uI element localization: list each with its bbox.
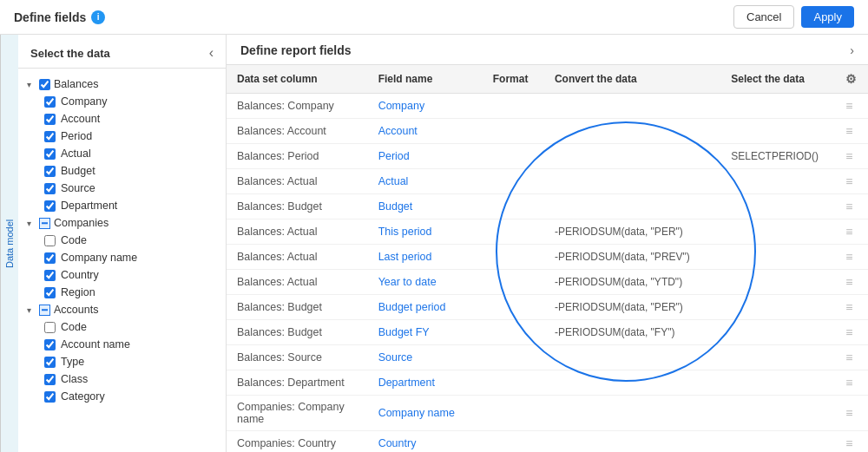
ac-accountname-checkbox[interactable] (44, 339, 56, 350)
cell-convert (544, 396, 720, 431)
ac-code-checkbox[interactable] (44, 322, 56, 333)
cell-fieldname[interactable]: Budget period (368, 295, 483, 320)
accounts-label: Accounts (54, 304, 98, 316)
cell-fieldname[interactable]: Account (368, 119, 483, 144)
tree-group-balances: ▾ Balances Company Account Period (18, 75, 226, 214)
list-item: Department (18, 197, 226, 214)
apply-button[interactable]: Apply (801, 6, 854, 28)
companies-group-header[interactable]: ▾ Companies (18, 214, 226, 232)
ac-class-checkbox[interactable] (44, 374, 56, 385)
collapse-icon[interactable]: ‹ (209, 45, 214, 61)
cell-fieldname[interactable]: Country (368, 431, 483, 453)
list-item: Budget (18, 162, 226, 180)
cell-fieldname[interactable]: Last period (368, 245, 483, 270)
department-checkbox[interactable] (44, 200, 56, 212)
account-checkbox[interactable] (44, 114, 56, 125)
actual-checkbox[interactable] (44, 148, 56, 160)
cell-convert: -PERIODSUM(data, "FY") (544, 320, 720, 345)
drag-handle-icon[interactable]: ≡ (845, 99, 852, 113)
cell-handle: ≡ (835, 320, 868, 345)
drag-handle-icon[interactable]: ≡ (845, 376, 852, 390)
cell-format (483, 370, 544, 396)
cell-dataset: Balances: Budget (227, 320, 368, 345)
co-country-checkbox[interactable] (44, 270, 56, 281)
cell-fieldname[interactable]: Department (368, 370, 483, 396)
cell-dataset: Balances: Period (227, 144, 368, 169)
cell-dataset: Balances: Company (227, 94, 368, 119)
drag-handle-icon[interactable]: ≡ (845, 350, 852, 364)
list-item: Account (18, 110, 226, 128)
cell-convert (544, 431, 720, 453)
cell-handle: ≡ (835, 295, 868, 320)
tree-group-companies: ▾ Companies Code Company name Coun (18, 214, 226, 301)
drag-handle-icon[interactable]: ≡ (845, 149, 852, 163)
cell-handle: ≡ (835, 270, 868, 295)
co-companyname-checkbox[interactable] (44, 252, 56, 264)
cell-select (720, 431, 835, 453)
left-panel-header: Select the data ‹ (18, 35, 226, 69)
budget-checkbox[interactable] (44, 166, 56, 177)
ac-category-checkbox[interactable] (44, 391, 56, 403)
cell-fieldname[interactable]: Company (368, 94, 483, 119)
cell-fieldname[interactable]: Actual (368, 169, 483, 194)
balances-group-header[interactable]: ▾ Balances (18, 75, 226, 93)
drag-handle-icon[interactable]: ≡ (845, 200, 852, 213)
cell-fieldname[interactable]: Budget FY (368, 320, 483, 345)
period-checkbox[interactable] (44, 131, 56, 142)
cell-select (720, 169, 835, 194)
table-row: Balances: Budget Budget ≡ (227, 194, 868, 219)
cell-format (483, 169, 544, 194)
cell-dataset: Balances: Budget (227, 194, 368, 219)
drag-handle-icon[interactable]: ≡ (845, 406, 852, 420)
table-row: Companies: Country Country ≡ (227, 431, 868, 453)
co-region-checkbox[interactable] (44, 287, 56, 298)
sidebar-tab: Data model (0, 35, 18, 452)
balances-checkbox[interactable] (39, 79, 50, 90)
drag-handle-icon[interactable]: ≡ (845, 436, 852, 450)
col-header-fieldname: Field name (368, 65, 483, 94)
ac-category-label: Category (61, 390, 105, 403)
cell-convert: -PERIODSUM(data, "YTD") (544, 270, 720, 295)
gear-icon[interactable]: ⚙ (845, 72, 857, 86)
drag-handle-icon[interactable]: ≡ (845, 325, 852, 339)
cancel-button[interactable]: Cancel (733, 5, 794, 29)
info-icon[interactable]: i (91, 10, 105, 24)
drag-handle-icon[interactable]: ≡ (845, 275, 852, 289)
cell-select (720, 270, 835, 295)
cell-dataset: Balances: Actual (227, 270, 368, 295)
cell-fieldname[interactable]: Source (368, 345, 483, 370)
cell-fieldname[interactable]: Budget (368, 194, 483, 219)
cell-handle: ≡ (835, 431, 868, 453)
tree-group-accounts: ▾ Accounts Code Account name Type (18, 301, 226, 405)
accounts-checkbox[interactable] (39, 305, 50, 316)
left-panel: Select the data ‹ ▾ Balances Company (18, 35, 227, 452)
co-companyname-label: Company name (61, 252, 137, 264)
drag-handle-icon[interactable]: ≡ (845, 174, 852, 188)
cell-dataset: Balances: Source (227, 345, 368, 370)
cell-fieldname[interactable]: Company name (368, 396, 483, 431)
drag-handle-icon[interactable]: ≡ (845, 225, 852, 239)
table-row: Balances: Actual This period -PERIODSUM(… (227, 219, 868, 245)
company-checkbox[interactable] (44, 96, 56, 108)
source-checkbox[interactable] (44, 183, 56, 194)
co-code-checkbox[interactable] (44, 235, 56, 246)
list-item: Period (18, 128, 226, 145)
company-label: Company (61, 95, 108, 108)
page-title: Define fields (14, 10, 86, 24)
cell-fieldname[interactable]: This period (368, 219, 483, 245)
cell-handle: ≡ (835, 144, 868, 169)
drag-handle-icon[interactable]: ≡ (845, 250, 852, 264)
cell-select (720, 295, 835, 320)
drag-handle-icon[interactable]: ≡ (845, 124, 852, 138)
cell-select (720, 245, 835, 270)
tree-container: ▾ Balances Company Account Period (18, 69, 226, 452)
companies-checkbox[interactable] (39, 218, 50, 229)
drag-handle-icon[interactable]: ≡ (845, 300, 852, 314)
ac-class-label: Class (61, 373, 88, 385)
table-row: Companies: Company name Company name ≡ (227, 396, 868, 431)
accounts-group-header[interactable]: ▾ Accounts (18, 301, 226, 318)
cell-fieldname[interactable]: Year to date (368, 270, 483, 295)
ac-type-checkbox[interactable] (44, 357, 56, 368)
department-label: Department (61, 200, 117, 212)
cell-fieldname[interactable]: Period (368, 144, 483, 169)
